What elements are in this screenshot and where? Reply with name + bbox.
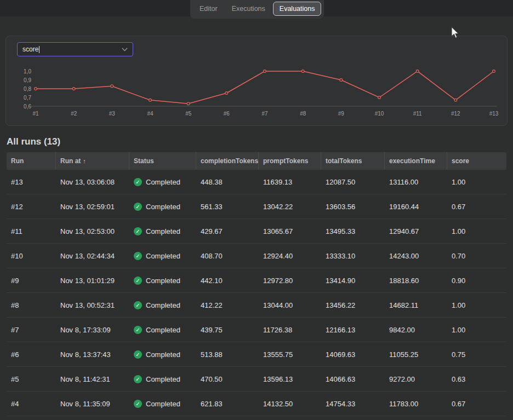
column-header-run-at[interactable]: Run at↑ (56, 152, 129, 170)
svg-text:#1: #1 (32, 111, 39, 117)
tab-evaluations[interactable]: Evaluations (273, 2, 322, 16)
status-cell: ✓Completed (129, 400, 196, 408)
cell-completionTokens: 442.10 (196, 277, 259, 285)
cell-run_at: Nov 13, 02:44:34 (56, 252, 129, 260)
status-completed-icon: ✓ (134, 252, 142, 260)
table-row[interactable]: #6Nov 8, 13:37:43✓Completed513.8813555.7… (7, 342, 506, 367)
cell-completionTokens: 561.33 (196, 203, 259, 211)
column-header-status[interactable]: Status (129, 152, 196, 170)
table-header-row: RunRun at↑StatuscompletionTokenspromptTo… (7, 152, 506, 170)
svg-text:0,9: 0,9 (24, 77, 31, 83)
score-line-chart: 1,00,90,80,70,6#1#2#3#4#5#6#7#8#9#10#11#… (6, 64, 508, 121)
svg-text:#7: #7 (261, 111, 268, 117)
status-completed-icon: ✓ (134, 301, 142, 309)
cell-totalTokens: 13456.22 (321, 301, 385, 309)
status-completed-icon: ✓ (134, 227, 142, 235)
svg-text:0,7: 0,7 (24, 95, 31, 101)
cell-completionTokens: 513.88 (196, 350, 259, 359)
svg-text:#8: #8 (300, 111, 306, 117)
cell-run: #4 (7, 400, 56, 408)
column-header-completiontokens[interactable]: completionTokens (196, 152, 259, 170)
cell-run_at: Nov 13, 02:59:01 (56, 203, 129, 211)
table-row[interactable]: #13Nov 13, 03:06:08✓Completed448.3811639… (7, 170, 506, 194)
cell-totalTokens: 13603.56 (321, 203, 385, 211)
status-label: Completed (146, 375, 180, 383)
table-row[interactable]: #5Nov 8, 11:42:31✓Completed470.5013596.1… (7, 367, 506, 392)
status-completed-icon: ✓ (134, 277, 142, 285)
cell-completionTokens: 412.22 (196, 301, 259, 309)
metric-select[interactable]: score (17, 42, 133, 56)
metric-select-value: score (22, 45, 38, 53)
table-row[interactable]: #8Nov 13, 00:52:31✓Completed412.2213044.… (7, 293, 506, 318)
svg-text:0,8: 0,8 (24, 86, 31, 92)
svg-text:#3: #3 (109, 111, 116, 117)
cell-completionTokens: 429.67 (196, 227, 259, 235)
status-label: Completed (146, 203, 180, 211)
cell-run: #9 (7, 277, 56, 285)
status-cell: ✓Completed (129, 178, 196, 186)
cell-completionTokens: 439.75 (196, 326, 259, 334)
table-row[interactable]: #9Nov 13, 01:01:29✓Completed442.1012972.… (7, 268, 506, 293)
chevron-down-icon (122, 48, 128, 51)
cell-run_at: Nov 13, 03:06:08 (56, 178, 129, 186)
status-label: Completed (146, 400, 180, 408)
table-row[interactable]: #10Nov 13, 02:44:34✓Completed408.7012924… (7, 244, 506, 268)
status-cell: ✓Completed (129, 301, 196, 309)
svg-text:#11: #11 (413, 111, 422, 117)
cell-run: #5 (7, 375, 56, 383)
cell-promptTokens: 11726.38 (259, 326, 321, 334)
status-completed-icon: ✓ (134, 350, 142, 359)
cell-completionTokens: 408.70 (196, 252, 259, 260)
top-bar: EditorExecutionsEvaluations (0, 0, 513, 16)
column-header-totaltokens[interactable]: totalTokens (321, 152, 385, 170)
cell-executionTime: 11055.25 (385, 350, 447, 359)
column-header-score[interactable]: score (447, 152, 506, 170)
cell-run_at: Nov 13, 01:01:29 (56, 277, 129, 285)
column-header-run[interactable]: Run (7, 152, 56, 170)
cell-executionTime: 14243.00 (385, 252, 447, 260)
cell-promptTokens: 12972.80 (259, 277, 321, 285)
runs-table: RunRun at↑StatuscompletionTokenspromptTo… (7, 152, 506, 416)
tab-executions[interactable]: Executions (225, 2, 272, 16)
cell-score: 1.00 (447, 326, 506, 334)
status-completed-icon: ✓ (134, 203, 142, 211)
cell-executionTime: 13116.00 (385, 178, 447, 186)
status-label: Completed (146, 350, 180, 359)
view-tabs: EditorExecutionsEvaluations (190, 0, 324, 19)
column-header-executiontime[interactable]: executionTime (385, 152, 447, 170)
cell-completionTokens: 448.38 (196, 178, 259, 186)
status-cell: ✓Completed (129, 252, 196, 260)
tab-editor[interactable]: Editor (193, 2, 224, 16)
svg-text:#10: #10 (375, 111, 384, 117)
cell-totalTokens: 13333.10 (321, 252, 385, 260)
cell-score: 0.70 (447, 252, 506, 260)
cell-totalTokens: 12087.50 (321, 178, 385, 186)
status-completed-icon: ✓ (134, 326, 142, 334)
status-label: Completed (146, 252, 180, 260)
table-row[interactable]: #12Nov 13, 02:59:01✓Completed561.3313042… (7, 194, 506, 219)
table-row[interactable]: #4Nov 8, 11:35:09✓Completed621.8314132.5… (7, 392, 506, 416)
cell-run: #11 (7, 227, 56, 235)
status-cell: ✓Completed (129, 227, 196, 235)
cell-promptTokens: 12924.40 (259, 252, 321, 260)
cell-run: #6 (7, 350, 56, 359)
table-row[interactable]: #11Nov 13, 02:53:00✓Completed429.6713065… (7, 219, 506, 244)
cell-run: #13 (7, 178, 56, 186)
status-completed-icon: ✓ (134, 400, 142, 408)
status-label: Completed (146, 227, 180, 235)
cell-score: 0.63 (447, 375, 506, 383)
cell-run_at: Nov 8, 11:42:31 (56, 375, 129, 383)
cell-totalTokens: 14754.33 (321, 400, 385, 408)
status-label: Completed (146, 277, 180, 285)
table-body: #13Nov 13, 03:06:08✓Completed448.3811639… (7, 170, 506, 416)
svg-text:#13: #13 (489, 111, 499, 117)
cell-score: 0.75 (447, 350, 506, 359)
cell-run: #10 (7, 252, 56, 260)
cell-totalTokens: 13495.33 (321, 227, 385, 235)
cell-promptTokens: 13042.22 (259, 203, 321, 211)
table-row[interactable]: #7Nov 8, 17:33:09✓Completed439.7511726.3… (7, 318, 506, 342)
svg-text:#5: #5 (185, 111, 192, 117)
column-header-prompttokens[interactable]: promptTokens (259, 152, 321, 170)
cell-executionTime: 14682.11 (385, 301, 447, 309)
cell-totalTokens: 14066.63 (321, 375, 385, 383)
